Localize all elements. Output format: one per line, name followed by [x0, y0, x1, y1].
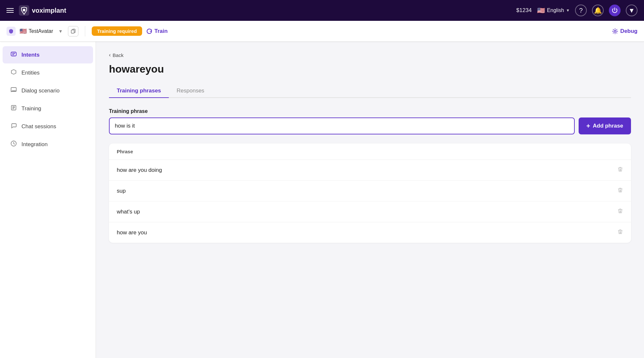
svg-rect-4: [11, 52, 16, 56]
power-icon: [612, 7, 618, 13]
chevron-down-icon: ▼: [566, 8, 570, 13]
sidebar-item-label: Integration: [21, 141, 47, 148]
sidebar-item-intents[interactable]: Intents: [3, 46, 93, 63]
phrase-text: how are you: [117, 229, 147, 236]
us-flag-icon: 🇺🇸: [537, 7, 545, 14]
debug-area: Debug: [612, 28, 637, 34]
logo-icon: [19, 5, 29, 16]
header-divider: [85, 26, 85, 36]
phrase-section-label: Training phrase: [109, 108, 631, 114]
language-selector[interactable]: 🇺🇸 English ▼: [537, 7, 570, 14]
logo-text: voximplant: [32, 7, 66, 14]
add-phrase-button[interactable]: + Add phrase: [579, 117, 631, 134]
delete-phrase-icon[interactable]: [617, 208, 623, 215]
avatar-selector[interactable]: 🇺🇸 TestAvatar: [20, 28, 53, 35]
chat-sessions-icon: [10, 122, 17, 131]
svg-point-1: [23, 9, 25, 11]
intents-icon: [10, 51, 17, 59]
copy-button[interactable]: [68, 26, 78, 36]
main-content: ‹ Back howareyou Training phrases Respon…: [96, 42, 644, 358]
tab-training-phrases[interactable]: Training phrases: [109, 84, 169, 98]
integration-icon: [10, 140, 17, 148]
train-refresh-icon: [146, 28, 153, 34]
bell-button[interactable]: 🔔: [592, 5, 604, 16]
sidebar-item-label: Chat sessions: [21, 123, 56, 130]
main-layout: Intents Entities Dialog scenario Trainin…: [0, 42, 644, 358]
phrase-text: sup: [117, 188, 126, 194]
phrases-table: Phrase how are you doing sup what's up: [109, 144, 631, 243]
delete-phrase-icon[interactable]: [617, 187, 623, 195]
svg-rect-2: [71, 30, 74, 33]
debug-button[interactable]: Debug: [612, 28, 637, 34]
training-icon: [10, 104, 17, 113]
phrase-input[interactable]: [109, 117, 575, 134]
train-label: Train: [154, 28, 168, 34]
add-phrase-label: Add phrase: [593, 123, 623, 129]
language-label: English: [547, 7, 564, 13]
sidebar-item-entities[interactable]: Entities: [3, 64, 93, 81]
logo-area: voximplant: [19, 5, 66, 16]
table-header: Phrase: [109, 144, 631, 160]
sidebar-item-label: Training: [21, 105, 41, 112]
sidebar-item-label: Dialog scenario: [21, 88, 60, 94]
training-required-badge: Training required: [92, 26, 142, 36]
sidebar-item-label: Intents: [21, 52, 40, 58]
back-link[interactable]: ‹ Back: [109, 52, 631, 58]
top-navbar: voximplant $1234 🇺🇸 English ▼ ? 🔔 ▼: [0, 0, 644, 21]
help-button[interactable]: ?: [575, 5, 587, 16]
hamburger-menu-icon[interactable]: [7, 8, 14, 13]
debug-label: Debug: [620, 28, 637, 34]
table-row: how are you: [109, 222, 631, 243]
plus-icon: +: [586, 122, 590, 130]
delete-phrase-icon[interactable]: [617, 166, 623, 174]
phrase-text: what's up: [117, 209, 140, 215]
table-row: how are you doing: [109, 160, 631, 181]
power-button[interactable]: [609, 5, 621, 16]
page-title: howareyou: [109, 63, 631, 75]
svg-point-3: [614, 30, 616, 32]
sidebar-item-training[interactable]: Training: [3, 100, 93, 117]
avatar-flag-icon: 🇺🇸: [20, 28, 27, 35]
profile-dropdown-icon[interactable]: ▼: [626, 5, 637, 16]
table-row: what's up: [109, 201, 631, 222]
balance-display: $1234: [516, 7, 531, 14]
phrase-text: how are you doing: [117, 167, 162, 173]
table-row: sup: [109, 181, 631, 201]
train-button[interactable]: Train: [146, 28, 168, 34]
avatar-dropdown-chevron[interactable]: ▼: [58, 29, 63, 34]
sidebar-item-integration[interactable]: Integration: [3, 136, 93, 153]
debug-gear-icon: [612, 28, 618, 34]
back-chevron-icon: ‹: [109, 52, 111, 58]
copy-icon: [71, 29, 76, 34]
delete-phrase-icon[interactable]: [617, 229, 623, 236]
sidebar-item-label: Entities: [21, 70, 40, 76]
phrase-input-row: + Add phrase: [109, 117, 631, 134]
entities-icon: [10, 69, 17, 77]
avatar-name: TestAvatar: [29, 28, 53, 34]
dialog-scenario-icon: [10, 87, 17, 95]
tab-responses[interactable]: Responses: [169, 84, 212, 98]
sidebar-item-dialog-scenario[interactable]: Dialog scenario: [3, 82, 93, 99]
tabs-container: Training phrases Responses: [109, 84, 631, 98]
sidebar: Intents Entities Dialog scenario Trainin…: [0, 42, 96, 358]
shield-icon: [7, 27, 16, 36]
back-label: Back: [113, 52, 123, 58]
sub-header: 🇺🇸 TestAvatar ▼ Training required Train …: [0, 21, 644, 42]
sidebar-item-chat-sessions[interactable]: Chat sessions: [3, 118, 93, 135]
